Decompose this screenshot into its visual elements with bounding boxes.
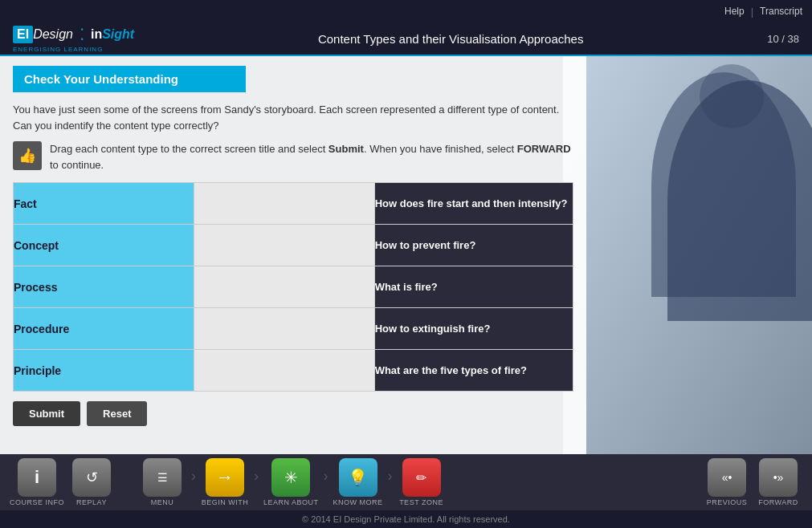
background-image <box>563 56 812 454</box>
content-type-cell: Process <box>14 266 194 308</box>
header-title: Content Types and their Visualisation Ap… <box>134 32 767 46</box>
replay-label: REPLAY <box>76 498 107 506</box>
forward-icon: •» <box>759 458 798 497</box>
logo-divider: ⁚ <box>80 25 84 44</box>
bottom-nav: i COURSE INFO ↺ REPLAY ☰ MENU › → BEGIN … <box>0 454 812 510</box>
course-info-button[interactable]: i COURSE INFO <box>10 458 64 506</box>
previous-button[interactable]: «• PREVIOUS <box>703 458 751 506</box>
nav-separator-3: › <box>324 468 328 498</box>
logo-in: in <box>91 27 102 42</box>
separator: | <box>751 6 753 18</box>
top-bar: Help | Transcript <box>0 0 812 22</box>
footer-text: © 2014 EI Design Private Limited. All ri… <box>302 514 510 524</box>
know-more-icon: 💡 <box>339 458 377 497</box>
nav-separator-4: › <box>388 468 393 498</box>
previous-label: PREVIOUS <box>707 498 748 506</box>
help-link[interactable]: Help <box>724 6 745 17</box>
menu-icon: ☰ <box>143 458 182 497</box>
forward-button[interactable]: •» FORWARD <box>754 458 802 506</box>
cyu-header: Check Your Understanding <box>13 66 246 92</box>
previous-icon: «• <box>708 458 746 497</box>
drop-zone-cell[interactable] <box>194 225 374 266</box>
logo: EI Design ⁚ inSight Energising Learning <box>13 25 134 53</box>
submit-button[interactable]: Submit <box>13 401 80 426</box>
reset-button[interactable]: Reset <box>87 401 147 426</box>
footer: © 2014 EI Design Private Limited. All ri… <box>0 510 812 528</box>
content-type-cell: Principle <box>14 350 194 392</box>
course-info-label: COURSE INFO <box>10 498 64 506</box>
nav-right: «• PREVIOUS •» FORWARD <box>703 458 802 506</box>
logo-design: Design <box>33 27 73 42</box>
nav-separator-1: › <box>191 468 196 498</box>
screen-title-cell: How to prevent fire? <box>374 225 573 266</box>
table-row: Concept How to prevent fire? <box>14 225 573 266</box>
content-panel: Check Your Understanding You have just s… <box>0 56 586 454</box>
begin-with-button[interactable]: → BEGIN WITH <box>201 458 249 506</box>
menu-button[interactable]: ☰ MENU <box>138 458 186 506</box>
screen-title-cell: What is fire? <box>374 266 573 308</box>
test-zone-label: TEST ZONE <box>399 498 443 506</box>
replay-button[interactable]: ↺ REPLAY <box>67 458 116 506</box>
content-type-cell: Concept <box>14 225 194 266</box>
begin-with-icon: → <box>206 458 244 497</box>
drag-text: Drag each content type to the correct sc… <box>50 141 573 173</box>
drop-zone-cell[interactable] <box>194 183 374 225</box>
screen-title-cell: How does fire start and then intensify? <box>374 183 573 225</box>
table-row: Process What is fire? <box>14 266 573 308</box>
transcript-link[interactable]: Transcript <box>760 6 802 17</box>
test-zone-button[interactable]: ✏ TEST ZONE <box>398 458 446 506</box>
main-content: Check Your Understanding You have just s… <box>0 56 812 454</box>
drop-zone-cell[interactable] <box>194 308 374 350</box>
drop-zone-cell[interactable] <box>194 350 374 392</box>
logo-sight: Sight <box>102 27 134 42</box>
header: EI Design ⁚ inSight Energising Learning … <box>0 22 812 56</box>
content-type-cell: Procedure <box>14 308 194 350</box>
instruction-text: You have just seen some of the screens f… <box>13 102 573 133</box>
header-progress: 10 / 38 <box>767 33 799 45</box>
test-zone-icon: ✏ <box>402 458 441 497</box>
matching-table: Fact How does fire start and then intens… <box>13 182 573 392</box>
logo-ei: EI <box>13 26 33 43</box>
drag-instruction: 👍 Drag each content type to the correct … <box>13 141 573 173</box>
know-more-label: KNOW MORE <box>333 498 383 506</box>
replay-icon: ↺ <box>72 458 111 497</box>
thumb-icon: 👍 <box>13 141 42 170</box>
learn-about-button[interactable]: ✳ LEARN ABOUT <box>263 458 319 506</box>
content-type-cell: Fact <box>14 183 194 225</box>
buttons-row: Submit Reset <box>13 401 573 426</box>
learn-about-icon: ✳ <box>271 458 310 497</box>
cyu-header-text: Check Your Understanding <box>24 72 178 86</box>
table-row: Procedure How to extinguish fire? <box>14 308 573 350</box>
info-icon: i <box>18 458 56 497</box>
table-row: Principle What are the five types of fir… <box>14 350 573 392</box>
drop-zone-cell[interactable] <box>194 266 374 308</box>
begin-with-label: BEGIN WITH <box>202 498 249 506</box>
forward-label: FORWARD <box>758 498 798 506</box>
screen-title-cell: What are the five types of fire? <box>374 350 573 392</box>
learn-about-label: LEARN ABOUT <box>263 498 319 506</box>
nav-separator-2: › <box>254 468 259 498</box>
menu-label: MENU <box>151 498 174 506</box>
know-more-button[interactable]: 💡 KNOW MORE <box>333 458 383 506</box>
table-row: Fact How does fire start and then intens… <box>14 183 573 225</box>
screen-title-cell: How to extinguish fire? <box>374 308 573 350</box>
logo-tagline: Energising Learning <box>13 46 103 53</box>
